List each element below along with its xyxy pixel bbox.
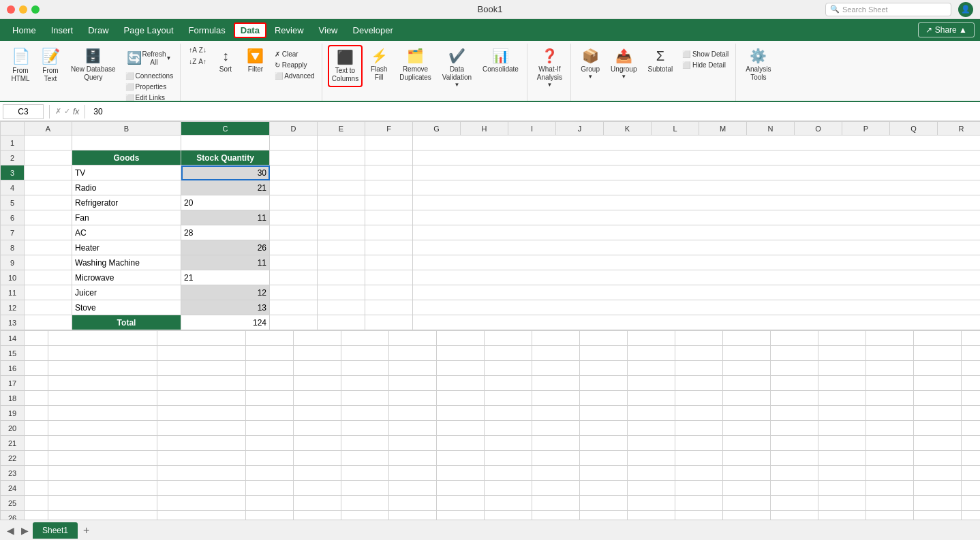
cell-rest-2[interactable]	[413, 150, 981, 165]
cell-d13[interactable]	[270, 315, 318, 330]
row-header-22[interactable]: 22	[1, 451, 25, 466]
col-header-a[interactable]: A	[25, 122, 72, 136]
cell-rest-15-4[interactable]	[437, 346, 485, 361]
cell-a2[interactable]	[25, 150, 72, 165]
sort-az-button[interactable]: ↑AZ↓	[186, 45, 209, 55]
cell-b11[interactable]: Juicer	[72, 285, 181, 300]
cell-f4[interactable]	[365, 180, 413, 195]
cell-rest-20-8[interactable]	[628, 421, 675, 436]
cell-c12[interactable]: 13	[181, 300, 270, 315]
cell-c1[interactable]	[181, 136, 270, 150]
cell-rest-15-13[interactable]	[866, 346, 914, 361]
cell-rest-16-2[interactable]	[341, 361, 389, 376]
cell-c25[interactable]	[157, 496, 246, 511]
show-detail-button[interactable]: ⬜ Show Detail	[679, 49, 731, 59]
cell-rest-19-14[interactable]	[914, 406, 962, 421]
cell-rest-17-8[interactable]	[628, 376, 675, 391]
cell-rest-22-7[interactable]	[580, 451, 628, 466]
menu-home[interactable]: Home	[5, 22, 43, 38]
cell-a22[interactable]	[25, 451, 48, 466]
cell-rest-26-9[interactable]	[675, 511, 723, 520]
cell-c18[interactable]	[157, 391, 246, 406]
cell-c6[interactable]: 11	[181, 210, 270, 225]
row-header-12[interactable]: 12	[1, 300, 25, 315]
cell-rest-24-6[interactable]	[532, 481, 580, 496]
col-header-l[interactable]: L	[652, 122, 699, 136]
cell-rest-25-13[interactable]	[866, 496, 914, 511]
sheet-tab-left-nav[interactable]: ◀	[4, 524, 17, 537]
cell-rest-26-2[interactable]	[341, 511, 389, 520]
cell-rest-1[interactable]	[413, 136, 981, 150]
cell-rest-17-5[interactable]	[485, 376, 532, 391]
cell-rest-23-5[interactable]	[485, 466, 532, 481]
add-sheet-button[interactable]: +	[79, 523, 93, 538]
cell-c21[interactable]	[157, 436, 246, 451]
cell-rest-23-13[interactable]	[866, 466, 914, 481]
cell-a23[interactable]	[25, 466, 48, 481]
cell-e3[interactable]	[318, 165, 365, 180]
text-to-columns-button[interactable]: ⬛ Text toColumns	[328, 45, 363, 87]
advanced-button[interactable]: ⬜ Advanced	[272, 71, 318, 81]
cell-rest-15-6[interactable]	[532, 346, 580, 361]
cell-rest-5[interactable]	[413, 195, 981, 210]
cell-rest-25-3[interactable]	[389, 496, 437, 511]
cell-a25[interactable]	[25, 496, 48, 511]
cell-rest-20-15[interactable]	[962, 421, 981, 436]
cell-rest-21-4[interactable]	[437, 436, 485, 451]
cell-rest-26-12[interactable]	[818, 511, 866, 520]
cell-rest-21-15[interactable]	[962, 436, 981, 451]
cell-b22[interactable]	[48, 451, 157, 466]
cell-rest-22-3[interactable]	[389, 451, 437, 466]
cell-rest-20-13[interactable]	[866, 421, 914, 436]
cell-rest-18-7[interactable]	[580, 391, 628, 406]
col-header-f[interactable]: F	[365, 122, 413, 136]
cell-b23[interactable]	[48, 466, 157, 481]
cell-rest-7[interactable]	[413, 225, 981, 240]
col-header-i[interactable]: I	[508, 122, 556, 136]
cell-rest-20-4[interactable]	[437, 421, 485, 436]
cell-rest-14-15[interactable]	[962, 331, 981, 346]
cell-rest-19-13[interactable]	[866, 406, 914, 421]
cell-rest-18-15[interactable]	[962, 391, 981, 406]
menu-data[interactable]: Data	[234, 22, 266, 38]
flash-fill-button[interactable]: ⚡ FlashFill	[365, 45, 393, 84]
cell-rest-17-6[interactable]	[532, 376, 580, 391]
cell-c9[interactable]: 11	[181, 255, 270, 270]
cell-rest-15-14[interactable]	[914, 346, 962, 361]
cell-rest-18-0[interactable]	[246, 391, 294, 406]
cell-c17[interactable]	[157, 376, 246, 391]
cell-b3[interactable]: TV	[72, 165, 181, 180]
cell-c11[interactable]: 12	[181, 285, 270, 300]
cell-rest-15-12[interactable]	[818, 346, 866, 361]
row-header-4[interactable]: 4	[1, 180, 25, 195]
subtotal-button[interactable]: Σ Subtotal	[643, 45, 677, 76]
cell-rest-20-12[interactable]	[818, 421, 866, 436]
cell-rest-22-1[interactable]	[294, 451, 341, 466]
col-header-g[interactable]: G	[413, 122, 461, 136]
cell-rest-25-4[interactable]	[437, 496, 485, 511]
cell-rest-18-1[interactable]	[294, 391, 341, 406]
cell-d9[interactable]	[270, 255, 318, 270]
cell-a19[interactable]	[25, 406, 48, 421]
cell-rest-26-4[interactable]	[437, 511, 485, 520]
cell-rest-25-9[interactable]	[675, 496, 723, 511]
cell-rest-25-8[interactable]	[628, 496, 675, 511]
cell-b21[interactable]	[48, 436, 157, 451]
cell-a14[interactable]	[25, 331, 48, 346]
cell-f6[interactable]	[365, 210, 413, 225]
cell-a26[interactable]	[25, 511, 48, 520]
col-header-h[interactable]: H	[461, 122, 508, 136]
col-header-p[interactable]: P	[842, 122, 890, 136]
cell-rest-12[interactable]	[413, 300, 981, 315]
cell-rest-24-7[interactable]	[580, 481, 628, 496]
cell-a10[interactable]	[25, 270, 72, 285]
cell-rest-18-9[interactable]	[675, 391, 723, 406]
maximize-button[interactable]	[31, 5, 40, 14]
remove-duplicates-button[interactable]: 🗂️ RemoveDuplicates	[395, 45, 435, 84]
cell-rest-19-4[interactable]	[437, 406, 485, 421]
cell-c20[interactable]	[157, 421, 246, 436]
cell-rest-24-0[interactable]	[246, 481, 294, 496]
cell-rest-21-8[interactable]	[628, 436, 675, 451]
cell-rest-25-2[interactable]	[341, 496, 389, 511]
cell-b18[interactable]	[48, 391, 157, 406]
